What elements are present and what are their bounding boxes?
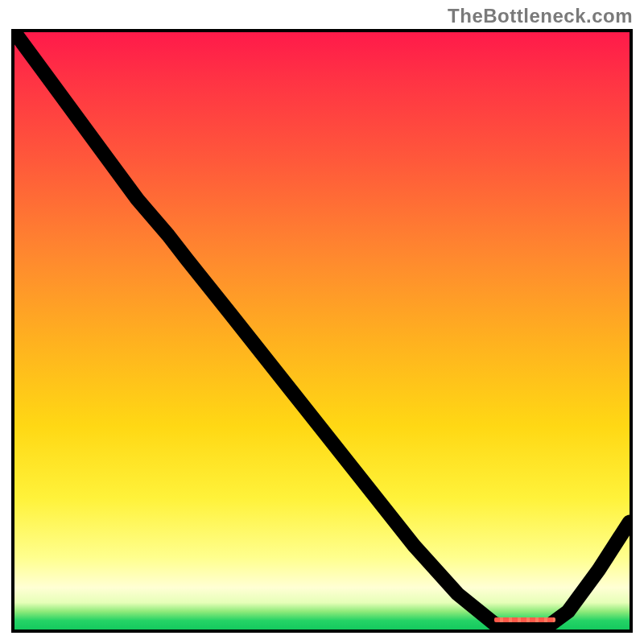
watermark-text: TheBottleneck.com — [448, 5, 633, 27]
bottleneck-curve — [14, 32, 630, 630]
plot-area — [11, 29, 633, 633]
chart-container: TheBottleneck.com — [0, 0, 644, 644]
optimal-range-marker — [494, 617, 555, 622]
bottleneck-curve-path — [14, 32, 630, 630]
